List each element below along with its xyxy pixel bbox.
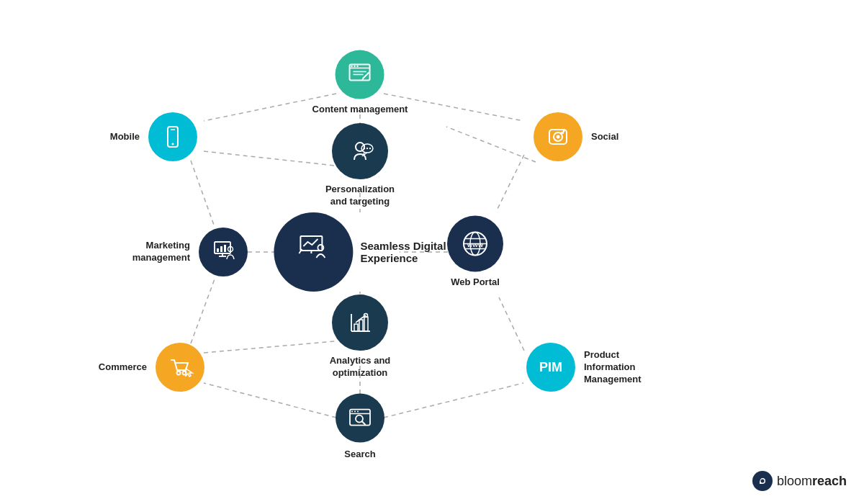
pim-circle: PIM <box>526 343 575 392</box>
center-node: Seamless DigitalExperience <box>274 212 446 292</box>
svg-point-49 <box>557 135 560 139</box>
logo-icon <box>752 471 773 491</box>
svg-point-54 <box>172 143 174 145</box>
svg-point-51 <box>563 130 565 132</box>
logo-text: bloomreach <box>777 474 847 489</box>
svg-point-27 <box>356 143 364 151</box>
personalization-icon <box>344 135 376 167</box>
pim-node: PIM ProductInformationManagement <box>526 343 575 392</box>
svg-rect-36 <box>364 317 368 331</box>
svg-point-41 <box>354 66 356 67</box>
analytics-icon <box>344 307 376 338</box>
mobile-node: Mobile <box>148 112 197 161</box>
svg-rect-17 <box>300 236 322 251</box>
svg-point-66 <box>351 411 353 413</box>
pim-label-text: PIM <box>539 360 562 375</box>
marketing-node: Marketingmanagement <box>199 228 248 276</box>
content-node: Content management <box>312 50 408 116</box>
svg-point-42 <box>357 66 359 67</box>
diagram-container: Seamless DigitalExperience WWW Web Porta… <box>0 0 864 504</box>
logo-plain: bloom <box>777 474 812 488</box>
commerce-icon <box>166 353 194 382</box>
personalization-node: Personalizationand targeting <box>317 123 403 208</box>
web-portal-circle: WWW <box>447 216 503 272</box>
pim-label: ProductInformationManagement <box>584 349 641 386</box>
svg-line-15 <box>204 383 336 418</box>
web-portal-icon: WWW <box>459 228 491 260</box>
commerce-circle <box>156 343 204 392</box>
marketing-icon <box>209 238 238 266</box>
svg-point-30 <box>366 148 368 149</box>
svg-point-68 <box>357 411 359 413</box>
marketing-circle <box>199 228 248 276</box>
svg-rect-50 <box>561 132 564 134</box>
analytics-label: Analytics andoptimization <box>313 355 407 379</box>
logo-bold: reach <box>812 474 847 488</box>
svg-line-11 <box>191 277 215 343</box>
analytics-circle <box>332 294 388 351</box>
svg-rect-38 <box>350 65 370 81</box>
svg-point-72 <box>760 480 764 483</box>
analytics-node: Analytics andoptimization <box>313 294 407 379</box>
search-label: Search <box>344 449 375 461</box>
svg-rect-35 <box>359 320 363 331</box>
search-node: Search <box>336 394 384 461</box>
content-icon <box>346 60 374 89</box>
svg-line-12 <box>446 127 536 162</box>
social-node: Social <box>534 112 582 161</box>
svg-rect-59 <box>220 246 222 252</box>
center-circle <box>274 212 353 292</box>
svg-point-62 <box>177 372 181 375</box>
mobile-circle <box>148 112 197 161</box>
marketing-label: Marketingmanagement <box>132 240 190 264</box>
center-label: Seamless DigitalExperience <box>360 240 446 264</box>
svg-rect-58 <box>217 248 219 252</box>
svg-point-67 <box>354 411 356 413</box>
personalization-circle <box>332 123 388 179</box>
svg-line-2 <box>204 151 335 166</box>
svg-point-31 <box>369 148 371 149</box>
svg-line-70 <box>362 422 365 425</box>
svg-line-45 <box>363 73 369 79</box>
commerce-node: Commerce <box>156 343 204 392</box>
content-circle <box>336 50 384 99</box>
web-portal-label: Web Portal <box>451 276 500 289</box>
svg-point-29 <box>364 148 365 149</box>
svg-line-5 <box>499 297 524 351</box>
search-circle <box>336 394 384 443</box>
web-portal-node: WWW Web Portal <box>447 216 503 289</box>
mobile-icon <box>158 122 187 151</box>
personalization-label: Personalizationand targeting <box>317 184 403 208</box>
svg-line-10 <box>191 161 215 227</box>
social-icon <box>544 122 572 151</box>
svg-text:WWW: WWW <box>467 242 484 248</box>
mobile-label: Mobile <box>110 131 140 143</box>
center-icon <box>292 230 335 274</box>
logo-area: bloomreach <box>752 471 847 491</box>
social-circle <box>534 112 582 161</box>
svg-point-40 <box>351 66 353 67</box>
commerce-label: Commerce <box>99 361 147 374</box>
search-icon <box>346 404 374 433</box>
logo-svg <box>756 474 769 487</box>
svg-rect-60 <box>224 245 226 252</box>
content-label: Content management <box>312 104 408 116</box>
svg-line-16 <box>384 383 523 418</box>
social-label: Social <box>591 131 618 143</box>
svg-rect-34 <box>354 324 358 331</box>
svg-line-1 <box>497 155 524 210</box>
